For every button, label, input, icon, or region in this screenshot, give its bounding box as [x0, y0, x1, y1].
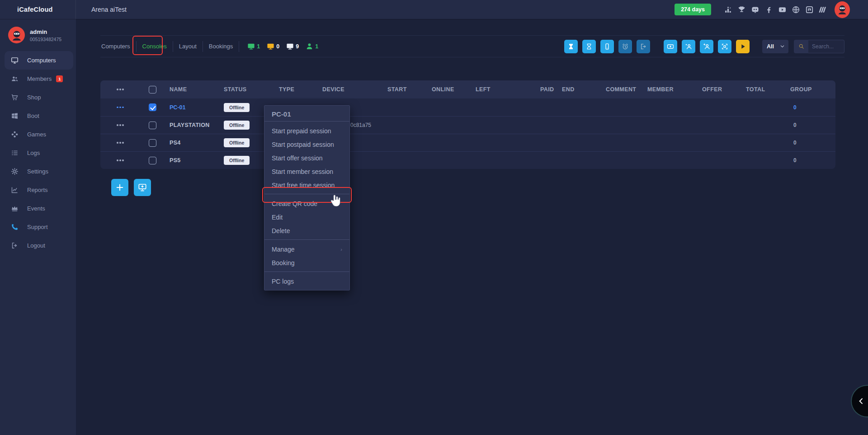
trophy-icon[interactable]: [737, 5, 746, 14]
console-name-link[interactable]: PC-01: [170, 104, 185, 111]
annotation-box-consoles-tab: [132, 36, 163, 55]
row-menu-dots[interactable]: [115, 86, 126, 93]
gamepad-icon: [11, 131, 19, 138]
user-plus-button[interactable]: [700, 40, 713, 53]
row-menu-dots[interactable]: [115, 157, 126, 164]
console-name: PLAYSTATION: [165, 122, 219, 128]
qr-scan-button[interactable]: [718, 40, 731, 53]
sidebar-item-label: Members: [27, 75, 52, 82]
monitor-icon: [11, 56, 19, 64]
row-menu-dots[interactable]: [115, 104, 126, 111]
cash-button[interactable]: [664, 40, 677, 53]
status-counter-value: 0: [276, 43, 279, 50]
play-button[interactable]: [736, 40, 750, 53]
sidebar-item-members[interactable]: Members1: [0, 70, 76, 88]
account-chevron-down-icon[interactable]: [853, 7, 858, 12]
sidebar-user[interactable]: admin 005193482475: [0, 19, 76, 50]
menu-item-label: Manage: [272, 246, 295, 253]
play-icon: [739, 43, 746, 50]
globe-icon[interactable]: [792, 5, 800, 14]
menu-item-start-prepaid-session[interactable]: Start prepaid session: [264, 124, 349, 138]
chevron-left-icon: [858, 398, 865, 405]
user-avatar[interactable]: [835, 1, 850, 18]
user-star-button[interactable]: [682, 40, 695, 53]
mobile-button[interactable]: [600, 40, 614, 53]
sidebar-item-events[interactable]: Events: [0, 199, 76, 218]
search-button[interactable]: [794, 40, 808, 53]
table-header-row: NAMESTATUSTYPEDEVICESTARTONLINELEFTPAIDE…: [100, 80, 835, 98]
menu-item-start-offer-session[interactable]: Start offer session: [264, 151, 349, 165]
ranking-icon[interactable]: [724, 5, 732, 14]
row-checkbox-cell: [149, 157, 156, 164]
hourglass-icon: [585, 43, 593, 50]
sidebar-item-computers[interactable]: Computers: [5, 51, 73, 70]
menu-item-manage[interactable]: Manage›: [264, 243, 349, 256]
user-plus-icon: [703, 43, 710, 50]
tab-computers[interactable]: Computers: [100, 43, 136, 50]
sidebar-item-logout[interactable]: Logout: [0, 236, 76, 255]
table-row-ps5[interactable]: PS5Offline0: [100, 151, 835, 169]
side-panel-toggle[interactable]: [851, 385, 868, 417]
add-device-button[interactable]: [134, 179, 151, 196]
exit-button[interactable]: [637, 40, 650, 53]
row-checkbox[interactable]: [149, 86, 156, 94]
row-checkbox[interactable]: [149, 122, 156, 129]
icafe-icon[interactable]: [805, 5, 814, 14]
search-input[interactable]: [808, 40, 844, 53]
discord-icon[interactable]: [751, 5, 760, 14]
table-row-pc-01[interactable]: PC-01OfflineOther0: [100, 98, 835, 116]
row-menu-dots[interactable]: [115, 139, 126, 146]
hourglass-filled-icon: [567, 43, 575, 50]
menu-item-start-member-session[interactable]: Start member session: [264, 165, 349, 178]
layers-icon[interactable]: [819, 5, 827, 14]
menu-item-delete[interactable]: Delete: [264, 224, 349, 238]
sidebar-item-support[interactable]: Support: [0, 218, 76, 236]
facebook-icon[interactable]: [764, 5, 773, 14]
row-checkbox[interactable]: [149, 157, 156, 164]
add-console-button[interactable]: [111, 179, 128, 196]
menu-item-pc-logs[interactable]: PC logs: [264, 275, 349, 288]
console-name: PC-01: [165, 104, 219, 111]
tab-layout[interactable]: Layout: [173, 43, 203, 50]
hourglass-button[interactable]: [582, 40, 596, 53]
menu-item-booking[interactable]: Booking: [264, 256, 349, 270]
sidebar-item-label: Shop: [27, 94, 41, 101]
header-menu-cell: [115, 86, 126, 93]
menu-item-start-postpaid-session[interactable]: Start postpaid session: [264, 138, 349, 151]
sidebar-item-shop[interactable]: Shop: [0, 88, 76, 107]
sidebar-item-label: Settings: [27, 168, 48, 175]
sidebar: admin 005193482475 ComputersMembers1Shop…: [0, 19, 76, 435]
brand-name: iCafeCloud: [17, 6, 53, 13]
menu-item-edit[interactable]: Edit: [264, 210, 349, 224]
ninja-avatar-icon: [10, 29, 23, 42]
tab-bookings[interactable]: Bookings: [203, 43, 239, 50]
menu-item-label: Start offer session: [272, 154, 323, 162]
console-name-text: PS4: [170, 140, 181, 146]
members-count-badge: 1: [56, 75, 63, 82]
row-menu-dots[interactable]: [115, 122, 126, 129]
table-row-ps4[interactable]: PS4Offline0: [100, 134, 835, 151]
sidebar-item-label: Boot: [27, 112, 39, 119]
sidebar-item-boot[interactable]: Boot: [0, 107, 76, 125]
hamburger-menu-icon[interactable]: [59, 6, 67, 13]
subscription-days-badge[interactable]: 274 days: [675, 4, 711, 15]
tab-divider: [239, 41, 239, 52]
sidebar-item-settings[interactable]: Settings: [0, 162, 76, 181]
row-checkbox[interactable]: [149, 103, 156, 111]
alarm-button[interactable]: [618, 40, 632, 53]
type-filter-select[interactable]: All: [762, 40, 788, 53]
mobile-icon: [604, 43, 611, 50]
console-group: 0: [778, 104, 835, 111]
row-checkbox[interactable]: [149, 139, 156, 147]
sidebar-item-logs[interactable]: Logs: [0, 144, 76, 162]
sidebar-item-games[interactable]: Games: [0, 125, 76, 144]
sidebar-nav: ComputersMembers1ShopBootGamesLogsSettin…: [0, 51, 76, 255]
monitor-solid-icon: [286, 42, 294, 50]
column-header-NAME: NAME: [165, 86, 219, 93]
table-row-playstation[interactable]: PLAYSTATIONOffline0c81a750: [100, 116, 835, 134]
sidebar-item-reports[interactable]: Reports: [0, 181, 76, 199]
group-count[interactable]: 0: [790, 104, 797, 111]
hourglass-filled-button[interactable]: [564, 40, 578, 53]
youtube-icon[interactable]: [778, 5, 787, 14]
monitor-solid-icon: [247, 42, 255, 50]
